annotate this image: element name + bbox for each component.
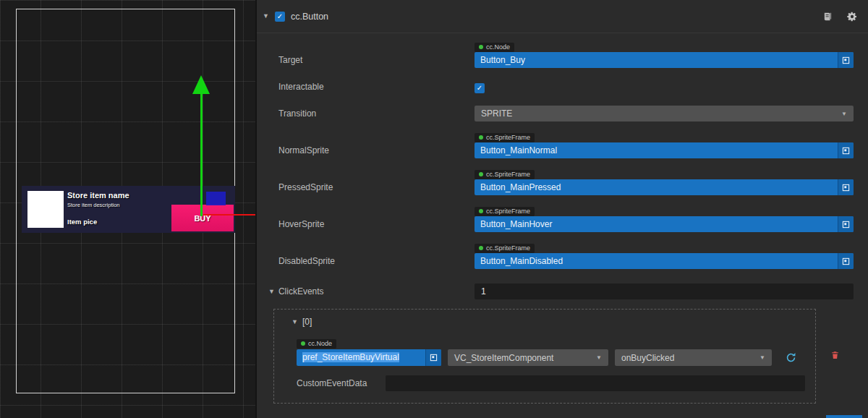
- property-row-transition: Transition SPRITE ▼: [268, 106, 854, 121]
- hover-sprite-label: HoverSprite: [268, 219, 475, 232]
- asset-dot-icon: [301, 341, 305, 346]
- chevron-down-icon: ▼: [841, 111, 847, 117]
- help-docs-icon[interactable]: [822, 12, 833, 22]
- transition-label: Transition: [268, 108, 475, 119]
- asset-picker-button[interactable]: [838, 216, 854, 232]
- type-tag-label: cc.SpriteFrame: [486, 244, 530, 252]
- target-value[interactable]: Button_Buy: [475, 52, 838, 68]
- type-tag-label: cc.Node: [486, 43, 510, 51]
- disabled-sprite-value[interactable]: Button_MainDisabled: [475, 253, 838, 269]
- asset-dot-icon: [479, 172, 483, 176]
- click-events-count-field[interactable]: 1: [475, 283, 854, 299]
- item-icon-placeholder: [27, 191, 64, 228]
- store-item-price-text: Item pice: [67, 218, 97, 226]
- gear-icon[interactable]: [846, 11, 858, 22]
- store-item-preview[interactable]: Store item name Store item description I…: [22, 186, 235, 233]
- asset-dot-icon: [479, 246, 483, 250]
- event-chevron-icon[interactable]: ▼: [292, 319, 298, 325]
- asset-dot-icon: [479, 45, 483, 49]
- asset-picker-button[interactable]: [838, 52, 854, 68]
- chevron-down-icon: ▼: [596, 354, 602, 361]
- asset-dot-icon: [479, 135, 483, 140]
- store-item-description-text: Store item description: [67, 202, 120, 208]
- custom-event-data-label: CustomEventData: [297, 378, 386, 388]
- type-tag-spriteframe: cc.SpriteFrame: [475, 133, 535, 142]
- custom-event-data-input[interactable]: [386, 375, 805, 391]
- property-row-disabled-sprite: DisabledSprite cc.SpriteFrame Button_Mai…: [268, 240, 854, 269]
- type-tag-spriteframe: cc.SpriteFrame: [475, 207, 535, 216]
- type-tag-label: cc.SpriteFrame: [486, 134, 530, 141]
- event-component-dropdown[interactable]: VC_StoreItemComponent ▼: [448, 349, 608, 366]
- type-tag-spriteframe: cc.SpriteFrame: [475, 170, 535, 179]
- refresh-icon[interactable]: [786, 352, 796, 363]
- target-label: Target: [268, 55, 475, 68]
- collapse-chevron-icon[interactable]: ▼: [263, 13, 269, 20]
- property-row-click-events: ▼ ClickEvents 1: [268, 283, 854, 299]
- y-axis-arrowhead-icon[interactable]: [192, 75, 210, 94]
- event-handler-value: onBuyClicked: [621, 353, 674, 363]
- asset-picker-button[interactable]: [838, 253, 854, 269]
- click-events-chevron-icon[interactable]: ▼: [268, 289, 275, 295]
- transition-dropdown[interactable]: SPRITE ▼: [475, 106, 854, 121]
- y-axis-gizmo[interactable]: [200, 93, 203, 216]
- click-event-item: ▼ [0] cc.Node pref_StoreItemBuyVirtual: [273, 309, 854, 404]
- property-row-interactable: Interactable ✓: [268, 80, 854, 93]
- normal-sprite-ref-field[interactable]: Button_MainNormal: [475, 142, 854, 158]
- transition-value: SPRITE: [481, 108, 512, 119]
- x-axis-gizmo[interactable]: [203, 214, 255, 216]
- component-title: cc.Button: [291, 12, 328, 22]
- disabled-sprite-label: DisabledSprite: [268, 256, 475, 269]
- normal-sprite-label: NormalSprite: [268, 145, 475, 158]
- asset-picker-button[interactable]: [425, 349, 441, 366]
- interactable-label: Interactable: [268, 82, 475, 92]
- scene-view[interactable]: Store item name Store item description I…: [0, 0, 255, 418]
- type-tag-node: cc.Node: [297, 339, 336, 349]
- type-tag-label: cc.Node: [308, 340, 332, 347]
- event-component-value: VC_StoreItemComponent: [454, 353, 553, 363]
- disabled-sprite-ref-field[interactable]: Button_MainDisabled: [475, 253, 854, 269]
- type-tag-label: cc.SpriteFrame: [486, 171, 530, 178]
- pressed-sprite-ref-field[interactable]: Button_MainPressed: [475, 179, 854, 195]
- type-tag-spriteframe: cc.SpriteFrame: [475, 244, 535, 253]
- event-index-label: [0]: [302, 317, 312, 327]
- component-enabled-checkbox[interactable]: ✓: [275, 12, 285, 22]
- type-tag-label: cc.SpriteFrame: [486, 208, 530, 215]
- property-row-target: Target cc.Node Button_Buy: [268, 39, 854, 68]
- pressed-sprite-label: PressedSprite: [268, 182, 475, 195]
- type-tag-node: cc.Node: [475, 43, 514, 52]
- target-ref-field[interactable]: Button_Buy: [475, 52, 854, 68]
- selection-highlight-box: [206, 192, 226, 205]
- component-properties: Target cc.Node Button_Buy Interactable: [257, 33, 868, 418]
- buy-button-preview[interactable]: BUY: [171, 205, 234, 231]
- inspector-panel: ▼ ✓ cc.Button Target cc.Node: [255, 0, 868, 418]
- event-node-value[interactable]: pref_StoreItemBuyVirtual: [297, 349, 425, 366]
- hover-sprite-value[interactable]: Button_MainHover: [475, 216, 838, 232]
- event-node-ref-field[interactable]: pref_StoreItemBuyVirtual: [297, 349, 441, 366]
- hover-sprite-ref-field[interactable]: Button_MainHover: [475, 216, 854, 232]
- next-field-partial: [826, 415, 862, 418]
- chevron-down-icon: ▼: [760, 354, 765, 361]
- click-event-box: ▼ [0] cc.Node pref_StoreItemBuyVirtual: [273, 309, 816, 404]
- property-row-normal-sprite: NormalSprite cc.SpriteFrame Button_MainN…: [268, 129, 854, 158]
- property-row-pressed-sprite: PressedSprite cc.SpriteFrame Button_Main…: [268, 166, 854, 195]
- asset-picker-button[interactable]: [838, 179, 854, 195]
- asset-picker-button[interactable]: [838, 142, 854, 158]
- delete-event-trash-icon[interactable]: [830, 350, 840, 360]
- event-handler-dropdown[interactable]: onBuyClicked ▼: [615, 349, 772, 366]
- component-header: ▼ ✓ cc.Button: [257, 0, 868, 33]
- store-item-name-text: Store item name: [67, 191, 129, 200]
- normal-sprite-value[interactable]: Button_MainNormal: [475, 142, 838, 158]
- property-row-hover-sprite: HoverSprite cc.SpriteFrame Button_MainHo…: [268, 203, 854, 232]
- editor-window: Store item name Store item description I…: [0, 0, 868, 418]
- click-events-label: ClickEvents: [278, 286, 324, 297]
- interactable-checkbox[interactable]: ✓: [475, 83, 485, 93]
- asset-dot-icon: [479, 209, 483, 213]
- pressed-sprite-value[interactable]: Button_MainPressed: [475, 179, 838, 195]
